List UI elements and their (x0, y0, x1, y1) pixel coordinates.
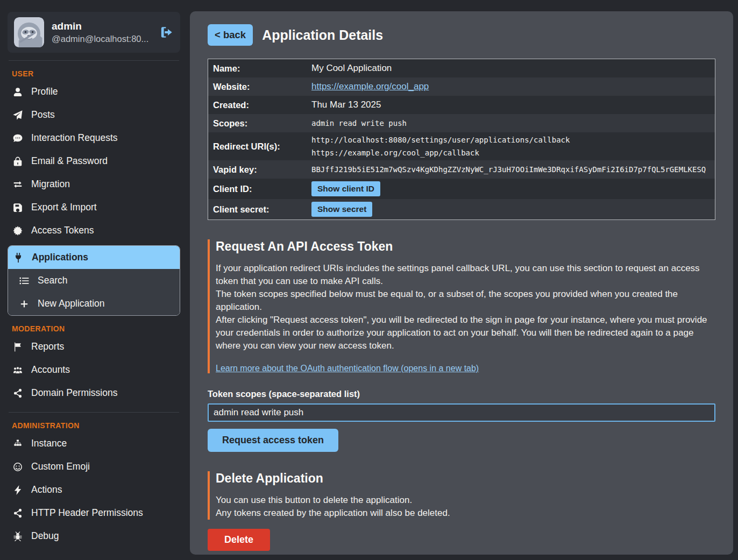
paragraph: If your application redirect URIs includ… (216, 262, 715, 288)
sidebar-item-export-import[interactable]: Export & Import (8, 196, 180, 219)
sidebar-item-label: Posts (31, 109, 55, 120)
sidebar-item-accounts[interactable]: Accounts (8, 358, 180, 381)
table-row-vapid-key: Vapid key:BBJffJ219b5iE512m7wQSzv4KgKDhg… (208, 160, 715, 179)
sidebar-item-applications[interactable]: Applications (8, 246, 180, 269)
comment-dots-icon (12, 133, 23, 143)
sidebar-item-label: Applications (32, 252, 88, 263)
delete-application-heading: Delete Application (216, 471, 715, 486)
floppy-disk-icon (12, 202, 23, 212)
row-value: http://localhost:8080/settings/user/appl… (311, 133, 715, 159)
delete-button[interactable]: Delete (208, 529, 270, 551)
page-title: Application Details (262, 27, 383, 43)
paper-plane-icon (12, 110, 23, 120)
lock-icon (12, 156, 23, 166)
plug-icon (13, 252, 23, 263)
sidebar: admin @admin@localhost:80... USERProfile… (0, 0, 190, 560)
user-card[interactable]: admin @admin@localhost:80... (8, 12, 180, 53)
paragraph: Any tokens created by the application wi… (216, 507, 715, 520)
sidebar-item-new-application[interactable]: New Application (8, 292, 180, 315)
table-row-website: Website:https://example.org/cool_app (208, 77, 715, 96)
sidebar-item-posts[interactable]: Posts (8, 103, 180, 126)
sidebar-item-email-password[interactable]: Email & Password (8, 150, 180, 173)
sidebar-item-label: Profile (31, 86, 58, 97)
sidebar-item-access-tokens[interactable]: Access Tokens (8, 219, 180, 242)
table-row-scopes: Scopes:admin read write push (208, 114, 715, 132)
sidebar-item-label: Search (38, 275, 67, 286)
sidebar-item-label: Debug (31, 530, 59, 542)
face-smile-icon (12, 462, 23, 472)
plus-icon (19, 299, 29, 309)
show-client-id-button[interactable]: Show client ID (311, 181, 380, 196)
users-icon (12, 365, 23, 375)
sidebar-item-instance[interactable]: Instance (8, 432, 180, 455)
sidebar-section-administration: InstanceCustom EmojiActionsHTTP Header P… (8, 432, 180, 548)
back-button[interactable]: < back (208, 24, 253, 46)
arrows-left-right-icon (12, 179, 23, 189)
sidebar-item-migration[interactable]: Migration (8, 173, 180, 196)
sitemap-icon (12, 438, 23, 449)
avatar (14, 17, 44, 47)
sidebar-item-search[interactable]: Search (8, 269, 180, 292)
sidebar-item-label: New Application (38, 298, 105, 309)
sidebar-divider (9, 60, 179, 61)
request-access-token-button[interactable]: Request access token (208, 429, 338, 452)
sidebar-item-domain-permissions[interactable]: Domain Permissions (8, 381, 180, 405)
row-value: BBJffJ219b5iE512m7wQSzv4KgKDhgZZVzNyWC_r… (311, 163, 715, 176)
table-row-created: Created:Thu Mar 13 2025 (208, 96, 715, 114)
sidebar-item-label: Export & Import (31, 202, 97, 213)
sidebar-item-label: Email & Password (31, 155, 108, 167)
flag-icon (12, 342, 23, 352)
sidebar-item-label: Interaction Requests (31, 132, 118, 144)
table-row-name: Name:My Cool Application (208, 59, 715, 77)
list-icon (19, 275, 29, 286)
row-value[interactable]: https://example.org/cool_app (311, 81, 715, 92)
row-label: Redirect URI(s): (208, 141, 311, 152)
row-label: Created: (208, 100, 311, 110)
sidebar-item-label: Migration (31, 179, 70, 190)
show-secret-button[interactable]: Show secret (311, 202, 372, 217)
share-nodes-icon (12, 388, 23, 398)
mono-value-line: admin read write push (311, 117, 715, 130)
bug-icon (12, 531, 23, 541)
oauth-docs-link[interactable]: Learn more about the OAuth authenticatio… (216, 364, 479, 373)
user-icon (12, 87, 23, 97)
main-panel: < back Application Details Name:My Cool … (190, 11, 733, 555)
table-row-client-id: Client ID:Show client ID (208, 179, 715, 199)
row-label: Client ID: (208, 184, 311, 194)
row-value: Show secret (311, 200, 715, 218)
website-link[interactable]: https://example.org/cool_app (311, 81, 429, 91)
sidebar-item-profile[interactable]: Profile (8, 80, 180, 103)
paragraph: You can use this button to delete the ap… (216, 494, 715, 507)
sidebar-item-label: Access Tokens (31, 225, 94, 236)
token-scopes-label: Token scopes (space-separated list) (208, 389, 715, 399)
row-value: Show client ID (311, 180, 715, 198)
sidebar-item-interaction-requests[interactable]: Interaction Requests (8, 126, 180, 150)
application-details-table: Name:My Cool ApplicationWebsite:https://… (208, 59, 715, 220)
row-label: Client secret: (208, 204, 311, 215)
sidebar-item-label: Actions (31, 484, 62, 495)
row-label: Website: (208, 82, 311, 92)
sidebar-item-label: Reports (31, 341, 64, 352)
sidebar-section-user: ProfilePostsInteraction RequestsEmail & … (8, 80, 180, 316)
request-token-heading: Request An API Access Token (216, 239, 715, 254)
user-handle: @admin@localhost:80... (52, 34, 152, 44)
token-scopes-input[interactable] (208, 403, 715, 422)
paragraph: After clicking "Request access token", y… (216, 314, 715, 352)
sidebar-item-reports[interactable]: Reports (8, 335, 180, 358)
token-burst-icon (12, 225, 23, 236)
user-display-name: admin (52, 20, 152, 32)
request-token-section: Request An API Access Token If your appl… (208, 239, 715, 373)
delete-application-section: Delete Application You can use this butt… (208, 471, 715, 520)
bolt-icon (12, 485, 23, 495)
sidebar-divider (9, 412, 179, 413)
logout-icon[interactable] (160, 25, 174, 39)
sidebar-item-label: Domain Permissions (31, 387, 117, 399)
mono-value-line: https://example.org/cool_app/callback (311, 146, 715, 159)
applications-subitems: SearchNew Application (8, 269, 180, 315)
sidebar-item-custom-emoji[interactable]: Custom Emoji (8, 455, 180, 478)
sidebar-item-debug[interactable]: Debug (8, 524, 180, 548)
sidebar-item-label: HTTP Header Permissions (31, 507, 143, 519)
sidebar-section-header-user: USER (12, 69, 180, 78)
sidebar-item-http-header-permissions[interactable]: HTTP Header Permissions (8, 501, 180, 524)
sidebar-item-actions[interactable]: Actions (8, 478, 180, 501)
